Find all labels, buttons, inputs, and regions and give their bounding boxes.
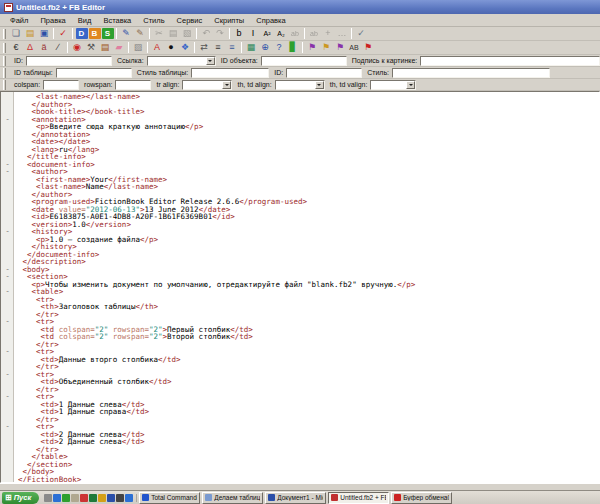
validate-icon[interactable]: ✓: [57, 28, 70, 40]
fold-marker[interactable]: -: [4, 273, 11, 280]
quicklaunch-icon-6[interactable]: [89, 494, 97, 502]
quicklaunch-icon-1[interactable]: [44, 494, 52, 502]
menu-item-7[interactable]: Скрипты: [208, 15, 250, 26]
toolbar-gripper[interactable]: [3, 80, 6, 90]
taskbar-task-2[interactable]: Делаем таблицу в FB2 |...: [202, 492, 263, 504]
target-icon[interactable]: ◉: [71, 42, 84, 54]
th-td-valign-combobox[interactable]: [370, 80, 416, 90]
flag-purple2-icon[interactable]: ⚑: [334, 42, 347, 54]
save-icon[interactable]: ▣: [38, 28, 51, 40]
slash-icon[interactable]: ∕: [52, 42, 65, 54]
menu-item-1[interactable]: Файл: [4, 15, 34, 26]
menu-item-8[interactable]: Справка: [250, 15, 291, 26]
combo-arrow-icon[interactable]: [315, 81, 324, 89]
more-tools-icon[interactable]: …: [336, 28, 349, 40]
chart-icon[interactable]: ▊: [287, 42, 300, 54]
code-style-icon[interactable]: ab: [289, 28, 302, 40]
redo-icon[interactable]: ↷: [214, 28, 227, 40]
colspan-input[interactable]: [43, 80, 79, 90]
table-id-input[interactable]: [56, 68, 132, 78]
superscript-icon[interactable]: A²: [261, 28, 274, 40]
help-icon[interactable]: ?: [273, 42, 286, 54]
fold-marker[interactable]: -: [4, 288, 11, 295]
toolbar-gripper[interactable]: [3, 29, 6, 39]
fold-marker[interactable]: -: [4, 348, 11, 355]
cleanup-icon[interactable]: ▨: [132, 42, 145, 54]
books-icon[interactable]: ▤: [99, 42, 112, 54]
cut-icon[interactable]: ✂: [153, 28, 166, 40]
toolbar-gripper[interactable]: [3, 56, 6, 66]
palette-icon[interactable]: ❖: [179, 42, 192, 54]
link-pen-icon[interactable]: ✎: [120, 28, 133, 40]
euro-icon[interactable]: €: [10, 42, 23, 54]
id-input[interactable]: [26, 56, 112, 66]
table-style-input[interactable]: [191, 68, 269, 78]
th-td-align-combobox[interactable]: [275, 80, 325, 90]
quicklaunch-icon-5[interactable]: [80, 494, 88, 502]
menu-item-4[interactable]: Вставка: [97, 15, 137, 26]
delta-icon[interactable]: Δ: [24, 42, 37, 54]
toolbar-gripper[interactable]: [3, 68, 6, 78]
menu-item-5[interactable]: Стиль: [137, 15, 170, 26]
start-button[interactable]: ⊞ Пуск: [2, 492, 39, 504]
font-color-icon[interactable]: A: [151, 42, 164, 54]
italic-icon[interactable]: I: [247, 28, 260, 40]
note-pen-icon[interactable]: ✎: [134, 28, 147, 40]
taskbar-task-4[interactable]: Untitled.fb2 + FB Editor: [328, 492, 389, 504]
numbered-list-icon[interactable]: ≡: [226, 42, 239, 54]
menu-item-6[interactable]: Сервис: [171, 15, 209, 26]
open-folder-icon[interactable]: ▤: [24, 28, 37, 40]
style-input[interactable]: [392, 68, 550, 78]
undo-icon[interactable]: ↶: [200, 28, 213, 40]
fold-marker[interactable]: -: [4, 393, 11, 400]
fold-marker[interactable]: -: [4, 116, 11, 123]
fold-marker[interactable]: -: [4, 318, 11, 325]
quicklaunch-icon-7[interactable]: [98, 494, 106, 502]
quicklaunch-icon-8[interactable]: [107, 494, 115, 502]
image-icon[interactable]: ▦: [245, 42, 258, 54]
emphasis-style-icon[interactable]: ab: [308, 28, 321, 40]
stress-mark-icon[interactable]: ä: [38, 42, 51, 54]
object-id-input[interactable]: [261, 56, 347, 66]
taskbar-task-5[interactable]: Буфер обмена03.jpg - Ir...: [391, 492, 452, 504]
flag-purple-icon[interactable]: ⚑: [306, 42, 319, 54]
code-area[interactable]: <last-name></last-name> </author> <book-…: [14, 92, 599, 482]
tools-hammer-icon[interactable]: ⚒: [85, 42, 98, 54]
fold-marker[interactable]: -: [4, 423, 11, 430]
toolbar-gripper[interactable]: [3, 43, 6, 53]
menu-item-2[interactable]: Правка: [34, 15, 71, 26]
fold-marker[interactable]: -: [4, 168, 11, 175]
bullet-icon[interactable]: ●: [165, 42, 178, 54]
image-caption-input[interactable]: [420, 56, 600, 66]
body-view-icon[interactable]: B: [89, 28, 101, 39]
copy-icon[interactable]: ▤: [167, 28, 180, 40]
fold-marker[interactable]: -: [4, 371, 11, 378]
quicklaunch-icon-9[interactable]: [116, 494, 124, 502]
fold-marker[interactable]: -: [4, 228, 11, 235]
globe-icon[interactable]: ⊕: [259, 42, 272, 54]
quicklaunch-icon-4[interactable]: [71, 494, 79, 502]
list-icon[interactable]: ≡: [212, 42, 225, 54]
paste-icon[interactable]: ▧: [181, 28, 194, 40]
spellcheck-icon[interactable]: ✓: [355, 28, 368, 40]
quicklaunch-icon-2[interactable]: [53, 494, 61, 502]
source-editor[interactable]: ------------ <last-name></last-name> </a…: [0, 91, 600, 483]
bold-icon[interactable]: b: [233, 28, 246, 40]
eraser-icon[interactable]: ▰: [113, 42, 126, 54]
insert-element-icon[interactable]: +: [322, 28, 335, 40]
combo-arrow-icon[interactable]: [222, 81, 231, 89]
combo-arrow-icon[interactable]: [206, 57, 215, 65]
description-view-icon[interactable]: D: [76, 28, 88, 39]
link-combobox[interactable]: [147, 56, 216, 66]
ab-marker-icon[interactable]: AB: [348, 42, 361, 54]
tr-align-combobox[interactable]: [182, 80, 232, 90]
subscript-icon[interactable]: A₂: [275, 28, 288, 40]
row-id-input[interactable]: [286, 68, 362, 78]
new-document-icon[interactable]: ❏: [10, 28, 23, 40]
menu-item-3[interactable]: Вид: [72, 15, 98, 26]
taskbar-task-1[interactable]: Total Commander 7.0Ha...: [139, 492, 200, 504]
quicklaunch-icon-3[interactable]: [62, 494, 70, 502]
merge-icon[interactable]: ⇄: [198, 42, 211, 54]
flag-red-icon[interactable]: ⚑: [362, 42, 375, 54]
rowspan-input[interactable]: [115, 80, 151, 90]
